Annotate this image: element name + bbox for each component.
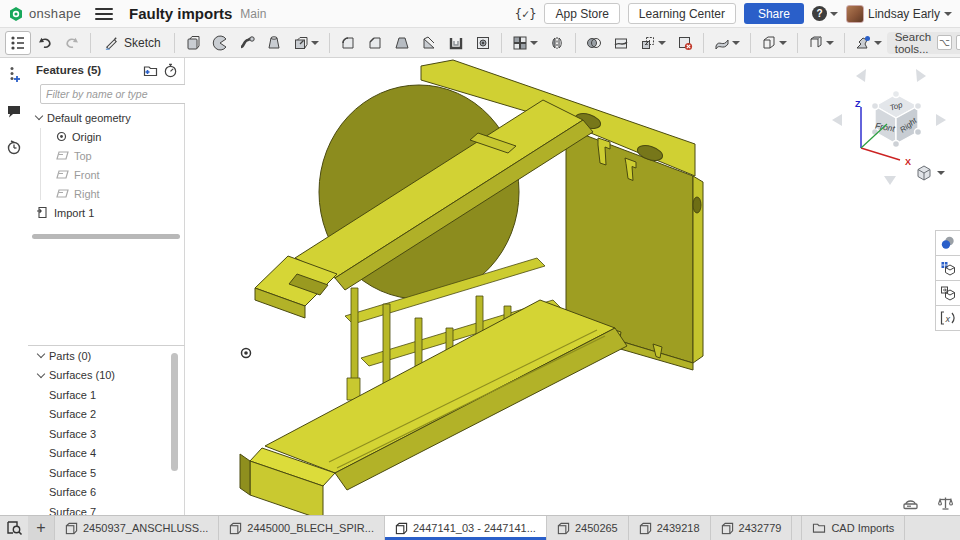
mass-properties-scale-icon[interactable] (937, 495, 954, 512)
draft-icon (394, 35, 410, 51)
feature-list-toggle-button[interactable] (5, 31, 31, 55)
custom-features-button[interactable] (850, 31, 886, 55)
surface-list-item[interactable]: Surface 7 (28, 502, 184, 515)
parts-section-header[interactable]: Parts (0) (28, 346, 184, 366)
right-tool-stack: x (935, 230, 960, 330)
surface-list-item[interactable]: Surface 3 (28, 424, 184, 444)
rollback-history-button[interactable] (160, 60, 180, 80)
chevron-down-icon (35, 112, 43, 120)
search-tools[interactable]: Search tools... ⌥ C (887, 32, 960, 54)
tree-item-import1[interactable]: Import 1 (36, 203, 184, 222)
undo-button[interactable] (32, 31, 58, 55)
rib-tool-button[interactable] (416, 31, 442, 55)
named-view-cube-icon (940, 285, 956, 301)
onshape-logo[interactable]: onshape (8, 6, 81, 22)
thicken-tool-button[interactable] (288, 31, 324, 55)
loft-icon (266, 35, 282, 51)
hole-icon (475, 35, 491, 51)
surface-list-item[interactable]: Surface 4 (28, 444, 184, 464)
tab-part-studio-active[interactable]: 2447141_03 - 2447141... (385, 516, 547, 540)
surface-icon (714, 35, 730, 51)
surface-list-item[interactable]: Surface 5 (28, 463, 184, 483)
named-views-button[interactable] (935, 280, 960, 306)
tab-part-studio[interactable]: 2445000_BLECH_SPIR... (219, 516, 385, 540)
surface-tools-button[interactable] (709, 31, 745, 55)
tab-folder-cad-imports[interactable]: CAD Imports (801, 516, 905, 540)
redo-button[interactable] (59, 31, 85, 55)
main-menu-button[interactable] (95, 5, 113, 23)
linear-pattern-tool-button[interactable] (507, 31, 543, 55)
sweep-tool-button[interactable] (234, 31, 260, 55)
rollback-bar[interactable] (32, 234, 180, 239)
history-clock-icon (6, 139, 22, 155)
workspace-name[interactable]: Main (240, 7, 266, 21)
brand-word: onshape (29, 6, 81, 21)
display-states-button[interactable] (935, 230, 960, 256)
origin-marker (242, 349, 251, 358)
tree-item-top-plane[interactable]: Top (36, 146, 184, 165)
svg-text:x: x (945, 314, 951, 324)
shell-tool-button[interactable] (443, 31, 469, 55)
configurations-button[interactable] (935, 255, 960, 281)
sketch-button[interactable]: Sketch (96, 31, 169, 55)
surface-list-item[interactable]: Surface 1 (28, 385, 184, 405)
chevron-down-icon (311, 41, 319, 45)
create-folder-button[interactable] (140, 60, 160, 80)
view-settings-button[interactable] (908, 162, 952, 184)
surfaces-scrollbar[interactable] (171, 353, 178, 471)
feature-tree: Default geometry Origin Top Front Right (28, 108, 184, 222)
variables-button[interactable]: x (935, 305, 960, 331)
tab-part-studio[interactable]: 2450265 (547, 516, 629, 540)
help-menu[interactable]: ? (812, 6, 838, 21)
sheet-metal-tools-button[interactable] (756, 31, 792, 55)
featurescript-icon[interactable]: {✓} (515, 7, 537, 21)
learning-center-button[interactable]: Learning Center (628, 3, 736, 24)
plane-icon (56, 169, 69, 180)
section-print-icon[interactable] (902, 495, 919, 512)
tab-part-studio[interactable]: 2432779 (711, 516, 793, 540)
tab-part-studio[interactable]: 2450937_ANSCHLUSS... (54, 516, 219, 540)
surface-list-item[interactable]: Surface 2 (28, 405, 184, 425)
split-tool-button[interactable] (608, 31, 634, 55)
frame-icon (808, 35, 824, 51)
rib-icon (421, 35, 437, 51)
search-tabs-icon (6, 520, 23, 536)
delete-part-tool-button[interactable] (672, 31, 698, 55)
part-studio-icon (639, 522, 652, 535)
revolve-tool-button[interactable] (207, 31, 233, 55)
app-store-button[interactable]: App Store (544, 3, 619, 24)
tree-item-right-plane[interactable]: Right (36, 184, 184, 203)
draft-tool-button[interactable] (389, 31, 415, 55)
extrude-tool-button[interactable] (180, 31, 206, 55)
tree-item-origin[interactable]: Origin (36, 127, 184, 146)
z-axis-label: Z (855, 99, 861, 109)
left-rail (0, 58, 28, 515)
view-mode-cube-icon (915, 164, 933, 182)
insert-feature-button[interactable] (3, 64, 25, 86)
chamfer-tool-button[interactable] (362, 31, 388, 55)
surfaces-section-header[interactable]: Surfaces (10) (28, 366, 184, 386)
mirror-tool-button[interactable] (544, 31, 570, 55)
share-button[interactable]: Share (744, 3, 804, 24)
user-name: Lindsay Early (868, 7, 940, 21)
tree-item-default-geometry[interactable]: Default geometry (36, 108, 184, 127)
comment-icon (6, 104, 22, 119)
boolean-tool-button[interactable] (581, 31, 607, 55)
filter-input[interactable] (40, 84, 189, 104)
tab-part-studio[interactable]: 2439218 (629, 516, 711, 540)
comments-button[interactable] (3, 100, 25, 122)
origin-icon (56, 131, 67, 142)
tree-item-front-plane[interactable]: Front (36, 165, 184, 184)
chevron-down-icon (874, 41, 882, 45)
frame-tools-button[interactable] (803, 31, 839, 55)
add-tab-button[interactable]: + (28, 516, 54, 540)
search-tabs-button[interactable] (0, 516, 28, 540)
user-menu[interactable]: Lindsay Early (846, 5, 952, 23)
loft-tool-button[interactable] (261, 31, 287, 55)
surface-list-item[interactable]: Surface 6 (28, 483, 184, 503)
hole-tool-button[interactable] (470, 31, 496, 55)
fillet-tool-button[interactable] (335, 31, 361, 55)
undo-icon (37, 35, 53, 51)
transform-tool-button[interactable] (635, 31, 671, 55)
history-button[interactable] (3, 136, 25, 158)
